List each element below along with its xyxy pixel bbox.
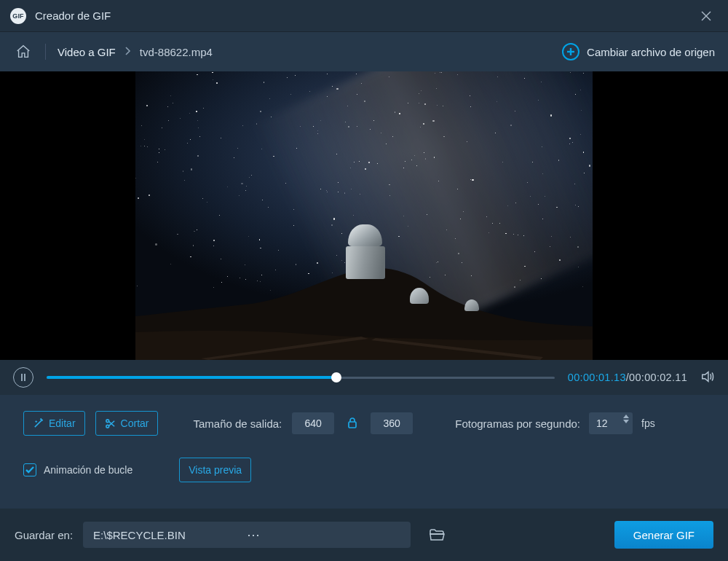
chevron-right-icon (124, 46, 131, 58)
height-input[interactable]: 360 (371, 412, 413, 434)
breadcrumb-mode[interactable]: Video a GIF (58, 46, 116, 58)
open-folder-button[interactable] (424, 524, 450, 546)
fps-unit: fps (641, 417, 655, 429)
volume-button[interactable] (700, 369, 715, 386)
plus-circle-icon (562, 43, 579, 60)
svg-rect-8 (349, 422, 356, 428)
save-path-field[interactable]: E:\$RECYCLE.BIN ⋯ (83, 522, 411, 548)
timeline-bar: 00:00:01.13/00:00:02.11 (0, 360, 728, 395)
title-bar: GIF Creador de GIF (0, 0, 728, 32)
lock-aspect-button[interactable] (347, 417, 357, 431)
loop-checkbox[interactable]: Animación de bucle (23, 463, 132, 476)
home-button[interactable] (13, 42, 33, 62)
output-bar: Guardar en: E:\$RECYCLE.BIN ⋯ Generar GI… (0, 509, 728, 561)
change-source-label: Cambiar archivo de origen (587, 46, 715, 58)
time-display: 00:00:01.13/00:00:02.11 (568, 372, 687, 383)
svg-point-7 (106, 425, 108, 428)
video-preview (0, 71, 728, 360)
wand-icon (33, 418, 44, 429)
breadcrumb-bar: Video a GIF tvd-88622.mp4 Cambiar archiv… (0, 32, 728, 71)
fps-label: Fotogramas por segundo: (455, 417, 580, 430)
close-button[interactable] (695, 4, 718, 28)
settings-panel: Editar Cortar Tamaño de salida: 640 360 … (0, 395, 728, 509)
breadcrumb-file: tvd-88622.mp4 (140, 46, 213, 58)
video-frame (135, 71, 593, 360)
save-path-value: E:\$RECYCLE.BIN (93, 529, 242, 541)
generate-gif-button[interactable]: Generar GIF (614, 521, 713, 549)
fps-stepper[interactable] (623, 415, 629, 423)
app-title: Creador de GIF (35, 9, 695, 22)
fps-input[interactable]: 12 (589, 412, 633, 434)
checkbox-icon (23, 463, 36, 476)
change-source-button[interactable]: Cambiar archivo de origen (562, 43, 715, 60)
save-in-label: Guardar en: (15, 529, 73, 541)
app-logo-icon: GIF (10, 8, 26, 24)
cut-button[interactable]: Cortar (95, 411, 159, 436)
divider (45, 44, 46, 60)
svg-point-6 (106, 419, 108, 422)
width-input[interactable]: 640 (292, 412, 334, 434)
progress-slider[interactable] (47, 370, 555, 385)
total-time: 00:00:02.11 (629, 372, 687, 383)
current-time: 00:00:01.13 (568, 372, 626, 383)
pause-button[interactable] (13, 367, 33, 388)
observatory-icon (346, 224, 385, 278)
edit-button[interactable]: Editar (23, 411, 85, 436)
output-size-label: Tamaño de salida: (193, 417, 282, 430)
browse-path-button[interactable]: ⋯ (242, 527, 400, 543)
breadcrumb: Video a GIF tvd-88622.mp4 (58, 46, 213, 58)
loop-label: Animación de bucle (44, 464, 132, 476)
scissors-icon (105, 418, 116, 429)
preview-button[interactable]: Vista previa (179, 458, 251, 482)
